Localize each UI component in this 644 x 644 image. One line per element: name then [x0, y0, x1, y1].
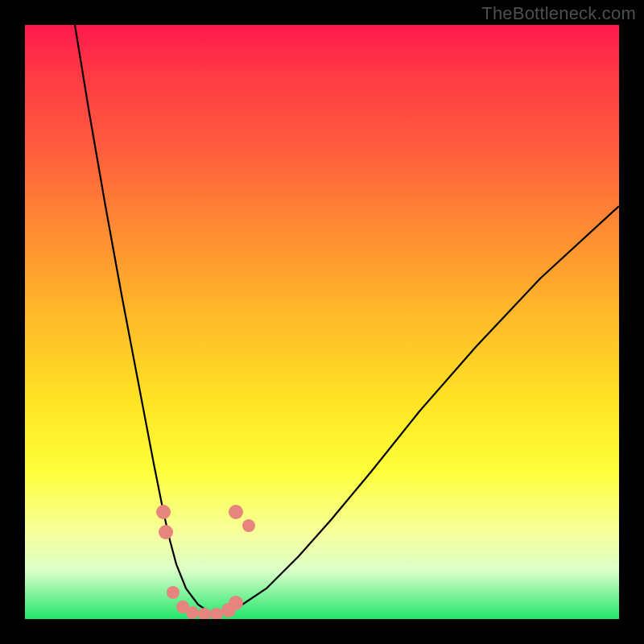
- data-markers: [156, 505, 255, 619]
- data-marker: [210, 608, 223, 619]
- data-marker: [159, 525, 173, 539]
- data-marker: [186, 606, 199, 619]
- plot-area: [25, 25, 619, 619]
- data-marker: [156, 505, 171, 519]
- curve-layer: [25, 25, 619, 619]
- data-marker: [198, 608, 211, 619]
- data-marker: [229, 596, 243, 610]
- data-marker: [229, 505, 243, 519]
- watermark-text: TheBottleneck.com: [481, 3, 636, 24]
- data-marker: [167, 586, 180, 599]
- chart-frame: TheBottleneck.com: [0, 0, 644, 644]
- bottleneck-curve: [75, 25, 619, 613]
- data-marker: [242, 519, 255, 532]
